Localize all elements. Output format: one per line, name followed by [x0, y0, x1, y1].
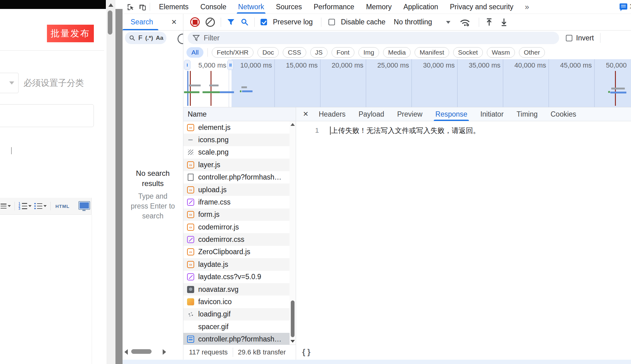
table-row[interactable]: icons.png — [183, 134, 296, 146]
table-row[interactable]: form.js — [183, 209, 296, 221]
filter-toggle-button[interactable] — [227, 19, 235, 26]
table-row[interactable]: upload.js — [183, 184, 296, 196]
devtools-tab[interactable]: Memory — [360, 0, 398, 14]
search-drawer-tab[interactable]: Search ✕ — [123, 14, 183, 30]
table-row[interactable]: ZeroClipboard.js — [183, 246, 296, 258]
throttling-select[interactable]: No throttling — [394, 18, 432, 26]
table-row[interactable]: layer.js — [183, 159, 296, 171]
record-network-log-button[interactable] — [190, 17, 200, 27]
table-row[interactable]: noavatar.svg — [183, 283, 296, 296]
scroll-right-arrow-icon[interactable] — [163, 349, 166, 355]
scroll-left-arrow-icon[interactable] — [124, 349, 128, 355]
scrollbar-thumb[interactable] — [291, 300, 295, 337]
request-name: codemirror.css — [198, 235, 244, 244]
table-row[interactable]: loading.gif — [183, 308, 296, 321]
devtools-tab[interactable]: Sources — [270, 0, 308, 14]
text-cursor — [330, 126, 331, 135]
network-overview-timeline[interactable]: 5,000 ms10,000 ms15,000 ms20,000 ms25,00… — [183, 59, 631, 107]
invert-checkbox[interactable] — [566, 35, 572, 41]
clear-network-log-button[interactable] — [206, 18, 215, 27]
detail-tab[interactable]: Headers — [312, 107, 352, 121]
request-type-chip[interactable]: CSS — [283, 47, 306, 58]
disable-cache-checkbox[interactable] — [328, 19, 335, 25]
bulk-publish-button[interactable]: 批量发布 — [47, 25, 94, 42]
devtools-tab[interactable]: Console — [194, 0, 232, 14]
detail-tab[interactable]: Cookies — [544, 107, 583, 121]
table-row[interactable]: codemirror.css — [183, 233, 296, 246]
table-row[interactable]: spacer.gif — [183, 321, 296, 333]
ordered-list-icon: 1 2 3 — [19, 203, 27, 209]
table-row[interactable]: element.js — [183, 121, 296, 134]
scrollbar-thumb[interactable] — [131, 349, 152, 354]
table-row[interactable]: favicon.ico — [183, 296, 296, 308]
scroll-down-arrow-icon[interactable] — [290, 340, 295, 343]
scrollbar-thumb[interactable] — [108, 10, 112, 35]
request-type-chip[interactable]: Img — [358, 47, 379, 58]
preserve-log-label: Preserve log — [273, 18, 313, 26]
inspect-element-icon[interactable] — [126, 3, 135, 11]
import-har-icon[interactable] — [485, 18, 493, 27]
request-type-chip[interactable]: Manifest — [415, 47, 449, 58]
response-body[interactable]: 1 上传失败！无法写入文件或写入失败，请返回。 — [296, 121, 631, 345]
search-input[interactable]: F (.*) Aa — [125, 32, 166, 44]
preserve-log-checkbox[interactable] — [261, 19, 267, 25]
devtools-tab[interactable]: Privacy and security — [444, 0, 519, 14]
align-button[interactable] — [1, 204, 11, 209]
page-scrollbar[interactable] — [107, 0, 115, 364]
filter-input[interactable]: Filter — [188, 32, 559, 44]
horizontal-scrollbar[interactable] — [123, 349, 183, 355]
issues-counter[interactable]: 1 — [620, 3, 631, 10]
category-select[interactable] — [0, 73, 19, 93]
detail-tab[interactable]: Payload — [352, 107, 391, 121]
close-icon[interactable]: ✕ — [171, 18, 177, 26]
devtools-tab[interactable]: Performance — [308, 0, 360, 14]
refresh-search-icon[interactable] — [178, 34, 183, 44]
search-network-button[interactable] — [241, 18, 249, 26]
request-type-chip[interactable]: JS — [310, 47, 328, 58]
scroll-up-arrow-icon[interactable] — [108, 3, 113, 7]
request-type-chip[interactable]: Socket — [453, 47, 483, 58]
request-type-chip[interactable]: Font — [332, 47, 354, 58]
device-toolbar-icon[interactable] — [138, 3, 147, 11]
table-row[interactable]: scale.png — [183, 146, 296, 159]
editor-content-area[interactable] — [0, 215, 92, 364]
close-icon[interactable]: ✕ — [303, 110, 308, 118]
request-type-chip[interactable]: Doc — [257, 47, 279, 58]
html-source-button[interactable]: HTML — [56, 204, 70, 209]
request-type-chip[interactable]: Fetch/XHR — [212, 47, 253, 58]
table-row[interactable]: codemirror.js — [183, 221, 296, 233]
pretty-print-button[interactable]: { } — [302, 348, 310, 357]
detail-tab[interactable]: Timing — [510, 107, 544, 121]
request-type-chip[interactable]: Media — [383, 47, 411, 58]
name-column-header[interactable]: Name — [183, 107, 296, 121]
devtools-tab[interactable]: Network — [232, 0, 270, 14]
export-har-icon[interactable] — [500, 18, 508, 27]
request-type-chip[interactable]: Wasm — [487, 47, 515, 58]
ordered-list-button[interactable]: 1 2 3 — [19, 203, 31, 209]
detail-tab[interactable]: Initiator — [474, 107, 510, 121]
detail-tab[interactable]: Response — [429, 107, 474, 121]
timeline-marker-1[interactable]: I — [184, 60, 190, 70]
chevron-down-icon[interactable] — [446, 21, 450, 26]
request-type-chip[interactable]: Other — [519, 47, 545, 58]
devtools-tab[interactable]: Elements — [153, 0, 194, 14]
regex-toggle[interactable]: (.*) — [145, 35, 153, 41]
detail-tab[interactable]: Preview — [391, 107, 429, 121]
table-row[interactable]: controller.php?formhash… — [183, 333, 296, 345]
requests-scrollbar[interactable] — [290, 121, 296, 345]
table-row[interactable]: iframe.css — [183, 196, 296, 208]
match-case-toggle[interactable]: Aa — [156, 35, 163, 41]
timeline-marker-2[interactable]: II — [227, 60, 234, 70]
bullet-list-button[interactable] — [34, 203, 47, 209]
network-conditions-icon[interactable] — [459, 18, 470, 27]
chip-all[interactable]: All — [186, 47, 203, 58]
devtools-tab[interactable]: Application — [398, 0, 444, 14]
table-row[interactable]: laydate.css?v=5.0.9 — [183, 271, 296, 283]
table-row[interactable]: laydate.js — [183, 258, 296, 271]
request-name: iframe.css — [198, 198, 231, 206]
more-tabs-button[interactable]: » — [519, 2, 535, 11]
scroll-up-arrow-icon[interactable] — [290, 123, 295, 126]
fullscreen-preview-button[interactable] — [78, 201, 90, 210]
title-input[interactable] — [0, 104, 94, 127]
table-row[interactable]: controller.php?formhash… — [183, 171, 296, 184]
